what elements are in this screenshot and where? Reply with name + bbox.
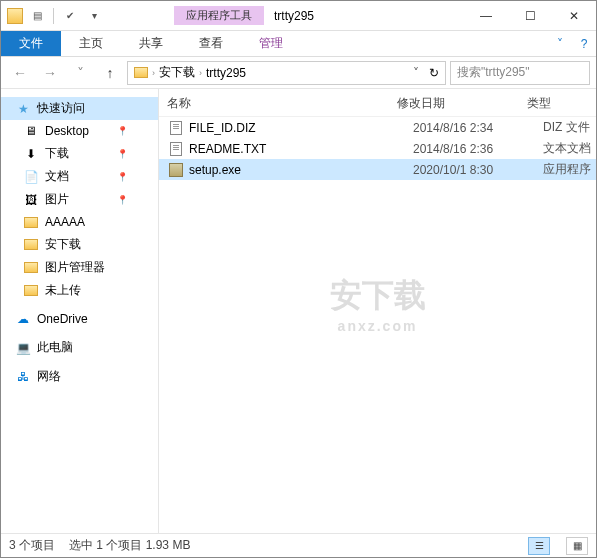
qat-check-icon[interactable]: ✔ (60, 6, 80, 26)
nav-item-folder[interactable]: 安下载 (1, 233, 158, 256)
nav-network[interactable]: 🖧网络 (1, 365, 158, 388)
installer-icon (167, 162, 185, 178)
nav-label: 图片 (45, 191, 69, 208)
pc-icon: 💻 (15, 340, 31, 356)
column-date[interactable]: 修改日期 (397, 95, 527, 112)
star-icon: ★ (15, 101, 31, 117)
forward-button[interactable]: → (37, 60, 63, 86)
folder-icon (23, 260, 39, 276)
nav-label: 网络 (37, 368, 61, 385)
folder-icon (23, 237, 39, 253)
nav-item-folder[interactable]: AAAAA (1, 211, 158, 233)
file-type: 文本文档 (543, 140, 591, 157)
status-item-count: 3 个项目 (9, 537, 55, 554)
pin-icon: 📍 (117, 149, 128, 159)
qat-dropdown-icon[interactable]: ▾ (84, 6, 104, 26)
nav-label: AAAAA (45, 215, 85, 229)
window-title: trtty295 (274, 9, 464, 23)
close-button[interactable]: ✕ (552, 2, 596, 30)
document-icon: 📄 (23, 169, 39, 185)
nav-item-folder[interactable]: 图片管理器 (1, 256, 158, 279)
nav-label: Desktop (45, 124, 89, 138)
nav-item-desktop[interactable]: 🖥Desktop📍 (1, 120, 158, 142)
file-list-pane: 名称 修改日期 类型 FILE_ID.DIZ 2014/8/16 2:34 DI… (159, 89, 596, 533)
window-controls: — ☐ ✕ (464, 2, 596, 30)
file-list[interactable]: FILE_ID.DIZ 2014/8/16 2:34 DIZ 文件 README… (159, 117, 596, 533)
folder-icon (134, 67, 148, 78)
file-row[interactable]: FILE_ID.DIZ 2014/8/16 2:34 DIZ 文件 (159, 117, 596, 138)
search-input[interactable]: 搜索"trtty295" (450, 61, 590, 85)
nav-label: 下载 (45, 145, 69, 162)
cloud-icon: ☁ (15, 311, 31, 327)
explorer-window: ▤ ✔ ▾ 应用程序工具 trtty295 — ☐ ✕ 文件 主页 共享 查看 … (0, 0, 597, 558)
breadcrumb-seg-2[interactable]: trtty295 (202, 66, 250, 80)
recent-dropdown[interactable]: ˅ (67, 60, 93, 86)
nav-item-folder[interactable]: 未上传 (1, 279, 158, 302)
content-area: ★ 快速访问 🖥Desktop📍 ⬇下载📍 📄文档📍 🖼图片📍 AAAAA 安下… (1, 89, 596, 533)
help-icon[interactable]: ? (572, 31, 596, 56)
nav-item-pictures[interactable]: 🖼图片📍 (1, 188, 158, 211)
qat-separator (53, 8, 54, 24)
file-row-selected[interactable]: setup.exe 2020/10/1 8:30 应用程序 (159, 159, 596, 180)
folder-icon (23, 214, 39, 230)
file-row[interactable]: README.TXT 2014/8/16 2:36 文本文档 (159, 138, 596, 159)
breadcrumb-seg-1[interactable]: 安下载 (155, 64, 199, 81)
tab-share[interactable]: 共享 (121, 31, 181, 56)
picture-icon: 🖼 (23, 192, 39, 208)
watermark: 安下载 anxz.com (330, 274, 426, 334)
column-name[interactable]: 名称 (167, 95, 397, 112)
file-icon (167, 120, 185, 136)
nav-label: 快速访问 (37, 100, 85, 117)
nav-item-documents[interactable]: 📄文档📍 (1, 165, 158, 188)
file-name: README.TXT (189, 142, 413, 156)
refresh-button[interactable]: ↻ (425, 66, 443, 80)
quick-access-toolbar: ▤ ✔ ▾ (1, 6, 104, 26)
download-icon: ⬇ (23, 146, 39, 162)
minimize-button[interactable]: — (464, 2, 508, 30)
back-button[interactable]: ← (7, 60, 33, 86)
nav-label: 文档 (45, 168, 69, 185)
nav-label: 安下载 (45, 236, 81, 253)
tab-view[interactable]: 查看 (181, 31, 241, 56)
address-bar: ← → ˅ ↑ › 安下载 › trtty295 ˅ ↻ 搜索"trtty295… (1, 57, 596, 89)
nav-label: 未上传 (45, 282, 81, 299)
search-placeholder: 搜索"trtty295" (457, 64, 530, 81)
status-bar: 3 个项目 选中 1 个项目 1.93 MB ☰ ▦ (1, 533, 596, 557)
nav-label: OneDrive (37, 312, 88, 326)
nav-quick-access[interactable]: ★ 快速访问 (1, 97, 158, 120)
tab-home[interactable]: 主页 (61, 31, 121, 56)
up-button[interactable]: ↑ (97, 60, 123, 86)
contextual-tab-label: 应用程序工具 (174, 6, 264, 25)
nav-onedrive[interactable]: ☁OneDrive (1, 308, 158, 330)
file-date: 2014/8/16 2:34 (413, 121, 543, 135)
file-icon (167, 141, 185, 157)
view-details-button[interactable]: ☰ (528, 537, 550, 555)
file-type: 应用程序 (543, 161, 591, 178)
ribbon-expand-icon[interactable]: ˅ (548, 31, 572, 56)
folder-icon (7, 8, 23, 24)
nav-label: 此电脑 (37, 339, 73, 356)
network-icon: 🖧 (15, 369, 31, 385)
breadcrumb-dropdown[interactable]: ˅ (407, 66, 425, 80)
maximize-button[interactable]: ☐ (508, 2, 552, 30)
folder-icon (23, 283, 39, 299)
navigation-pane[interactable]: ★ 快速访问 🖥Desktop📍 ⬇下载📍 📄文档📍 🖼图片📍 AAAAA 安下… (1, 89, 159, 533)
ribbon-tabs: 文件 主页 共享 查看 管理 ˅ ? (1, 31, 596, 57)
watermark-sub: anxz.com (330, 318, 426, 334)
desktop-icon: 🖥 (23, 123, 39, 139)
tab-manage[interactable]: 管理 (241, 31, 301, 56)
nav-item-downloads[interactable]: ⬇下载📍 (1, 142, 158, 165)
qat-pin-icon[interactable]: ▤ (27, 6, 47, 26)
breadcrumb[interactable]: › 安下载 › trtty295 ˅ ↻ (127, 61, 446, 85)
file-date: 2020/10/1 8:30 (413, 163, 543, 177)
nav-this-pc[interactable]: 💻此电脑 (1, 336, 158, 359)
status-selection: 选中 1 个项目 1.93 MB (69, 537, 190, 554)
file-name: setup.exe (189, 163, 413, 177)
column-type[interactable]: 类型 (527, 95, 596, 112)
nav-label: 图片管理器 (45, 259, 105, 276)
titlebar: ▤ ✔ ▾ 应用程序工具 trtty295 — ☐ ✕ (1, 1, 596, 31)
view-icons-button[interactable]: ▦ (566, 537, 588, 555)
tab-file[interactable]: 文件 (1, 31, 61, 56)
breadcrumb-root[interactable] (130, 67, 152, 78)
file-date: 2014/8/16 2:36 (413, 142, 543, 156)
